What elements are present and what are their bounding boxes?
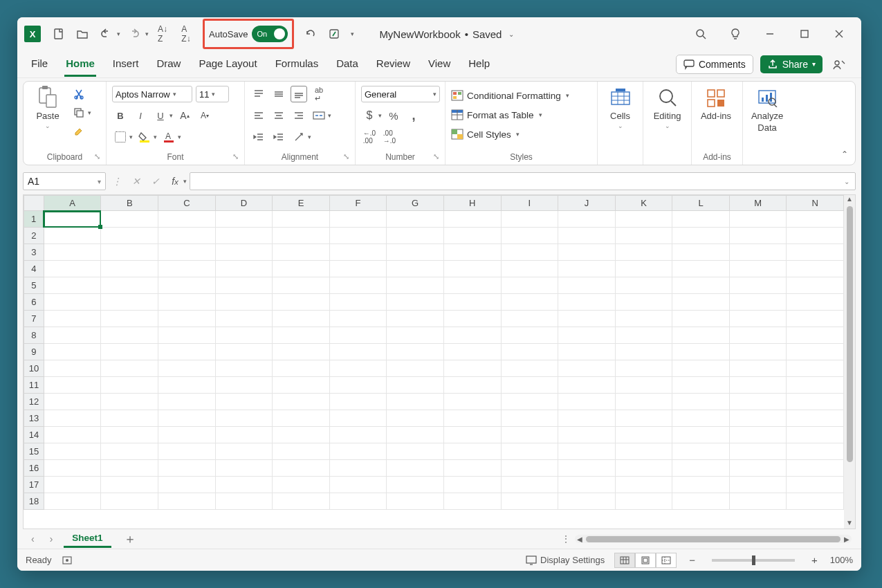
increase-font-icon[interactable]: A▴ [176, 107, 193, 124]
undo-dropdown-icon[interactable]: ▾ [117, 30, 120, 37]
cell[interactable] [729, 477, 787, 493]
cell[interactable] [387, 410, 444, 427]
cell[interactable] [729, 327, 787, 344]
cell[interactable] [329, 427, 387, 443]
cell[interactable] [329, 344, 387, 360]
cell[interactable] [443, 311, 501, 327]
new-file-icon[interactable] [49, 24, 68, 44]
cell[interactable] [387, 493, 444, 510]
cell[interactable] [215, 360, 273, 377]
cell[interactable] [101, 460, 158, 477]
align-center-icon[interactable] [270, 107, 287, 124]
cell[interactable] [443, 493, 501, 510]
cell[interactable] [215, 211, 273, 228]
cell[interactable] [158, 460, 216, 477]
row-header[interactable]: 12 [24, 394, 44, 410]
cell[interactable] [558, 344, 616, 360]
cell[interactable] [501, 228, 558, 244]
cell[interactable] [729, 261, 787, 277]
fill-color-icon[interactable] [136, 129, 153, 145]
menu-dots-icon[interactable]: ⋮ [109, 173, 125, 190]
cell[interactable] [615, 277, 672, 294]
cell[interactable] [158, 244, 216, 261]
cell[interactable] [158, 311, 216, 327]
cell[interactable] [158, 327, 216, 344]
fill-handle[interactable] [98, 225, 102, 229]
wrap-text-icon[interactable]: ab↵ [311, 86, 327, 102]
cell[interactable] [615, 211, 672, 228]
increase-indent-icon[interactable] [270, 129, 287, 145]
cell[interactable] [501, 477, 558, 493]
number-format-dropdown[interactable]: General▾ [361, 86, 440, 102]
cell[interactable] [729, 244, 787, 261]
cell[interactable] [44, 477, 101, 493]
cell[interactable] [615, 410, 672, 427]
cell[interactable] [329, 294, 387, 311]
column-header[interactable]: H [443, 196, 501, 211]
cell[interactable] [501, 244, 558, 261]
cell[interactable] [158, 427, 216, 443]
cell[interactable] [101, 294, 158, 311]
cell[interactable] [273, 460, 330, 477]
cell[interactable] [729, 360, 787, 377]
cell[interactable] [558, 211, 616, 228]
cell[interactable] [329, 477, 387, 493]
cell[interactable] [729, 211, 787, 228]
cell[interactable] [787, 344, 844, 360]
cell[interactable] [215, 427, 273, 443]
cell[interactable] [273, 327, 330, 344]
row-header[interactable]: 1 [24, 211, 44, 228]
cell[interactable] [787, 228, 844, 244]
cell[interactable] [558, 244, 616, 261]
cut-icon[interactable] [71, 86, 87, 102]
cell[interactable] [158, 410, 216, 427]
cell[interactable] [101, 360, 158, 377]
bold-button[interactable]: B [112, 107, 129, 124]
tab-page-layout[interactable]: Page Layout [197, 52, 258, 77]
row-header[interactable]: 17 [24, 477, 44, 493]
align-bottom-icon[interactable] [291, 86, 307, 102]
row-header[interactable]: 3 [24, 244, 44, 261]
cell[interactable] [501, 493, 558, 510]
cell[interactable] [158, 294, 216, 311]
cell[interactable] [443, 228, 501, 244]
cell[interactable] [443, 410, 501, 427]
cell[interactable] [387, 460, 444, 477]
normal-view-icon[interactable] [614, 553, 635, 568]
cell[interactable] [44, 311, 101, 327]
cell[interactable] [615, 244, 672, 261]
cell[interactable] [273, 377, 330, 394]
present-icon[interactable] [829, 55, 849, 74]
conditional-formatting-button[interactable]: Conditional Formatting▾ [451, 89, 569, 102]
cell[interactable] [44, 410, 101, 427]
dialog-launcher-icon[interactable]: ⤡ [232, 152, 239, 161]
cell[interactable] [501, 311, 558, 327]
decrease-indent-icon[interactable] [250, 129, 267, 145]
cell[interactable] [44, 394, 101, 410]
redo-dropdown-icon[interactable]: ▾ [145, 30, 149, 37]
cell[interactable] [158, 228, 216, 244]
cell[interactable] [443, 377, 501, 394]
cell[interactable] [273, 360, 330, 377]
cell[interactable] [443, 294, 501, 311]
cell[interactable] [615, 327, 672, 344]
column-header[interactable]: G [387, 196, 444, 211]
cell[interactable] [558, 377, 616, 394]
cell[interactable] [787, 427, 844, 443]
column-header[interactable]: K [615, 196, 672, 211]
chevron-down-icon[interactable]: ▾ [169, 112, 173, 119]
cell[interactable] [387, 443, 444, 460]
tab-file[interactable]: File [30, 52, 49, 77]
increase-decimal-icon[interactable]: ←.0.00 [361, 129, 378, 145]
cell[interactable] [387, 427, 444, 443]
cell[interactable] [273, 410, 330, 427]
cell[interactable] [215, 477, 273, 493]
cell[interactable] [44, 460, 101, 477]
cell[interactable] [787, 261, 844, 277]
open-file-icon[interactable] [73, 24, 92, 44]
underline-button[interactable]: U [152, 107, 169, 124]
cell[interactable] [215, 410, 273, 427]
cell[interactable] [501, 410, 558, 427]
column-header[interactable]: N [787, 196, 844, 211]
cell[interactable] [44, 244, 101, 261]
